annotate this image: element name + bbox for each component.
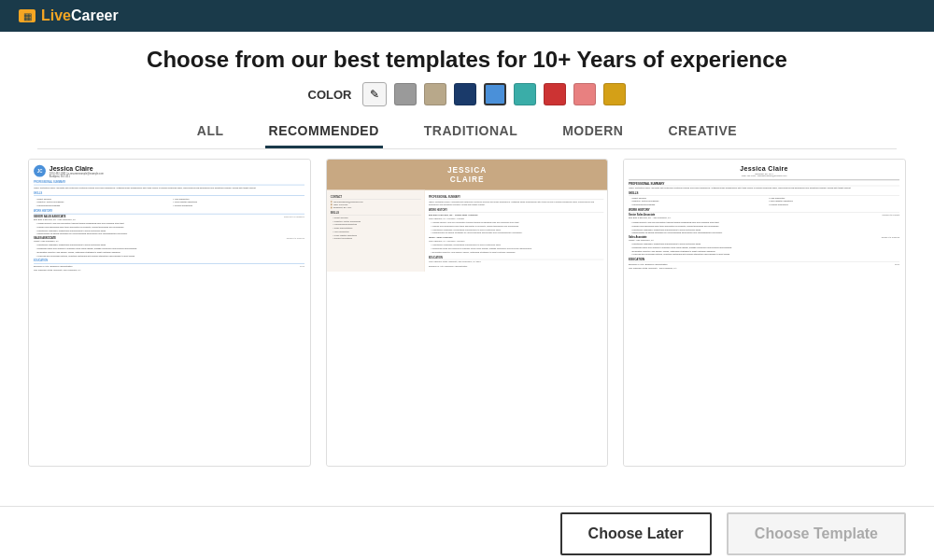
- tab-traditional[interactable]: TRADITIONAL: [420, 116, 521, 148]
- color-label: COLOR: [308, 88, 352, 102]
- template-card-1[interactable]: JC Jessica Claire (555) 432-1000 | jc.re…: [28, 159, 311, 467]
- color-swatch-teal[interactable]: [514, 83, 536, 105]
- avatar: JC: [34, 165, 46, 177]
- template-cards: JC Jessica Claire (555) 432-1000 | jc.re…: [0, 159, 934, 467]
- header: LiveCareer: [0, 0, 934, 32]
- template-card-2[interactable]: JESSICACLAIRE CONTACT resumeexample@exam…: [326, 159, 609, 467]
- choose-later-button[interactable]: Choose Later: [560, 512, 712, 555]
- color-swatch-gold[interactable]: [603, 83, 626, 105]
- template-card-3[interactable]: Jessica Claire Budapest, BU 1111(555) 43…: [623, 159, 906, 467]
- color-swatch-gray[interactable]: [394, 83, 417, 105]
- logo[interactable]: LiveCareer: [19, 7, 119, 24]
- color-edit-button[interactable]: ✎: [362, 82, 387, 106]
- color-picker: COLOR ✎: [0, 82, 934, 106]
- color-swatch-red[interactable]: [544, 83, 566, 105]
- logo-text: LiveCareer: [41, 7, 119, 24]
- color-swatch-blue[interactable]: [484, 83, 506, 105]
- tab-all[interactable]: ALL: [193, 116, 228, 148]
- tab-modern[interactable]: MODERN: [559, 116, 627, 148]
- choose-template-button[interactable]: Choose Template: [727, 512, 906, 555]
- tab-bar: ALL RECOMMENDED TRADITIONAL MODERN CREAT…: [37, 116, 897, 149]
- color-swatch-salmon[interactable]: [573, 83, 596, 105]
- logo-icon: [19, 9, 35, 22]
- color-swatch-navy[interactable]: [454, 83, 476, 105]
- color-swatch-tan[interactable]: [424, 83, 446, 105]
- tab-recommended[interactable]: RECOMMENDED: [265, 116, 383, 148]
- tab-creative[interactable]: CREATIVE: [664, 116, 741, 148]
- footer: Choose Later Choose Template: [0, 506, 934, 560]
- page-title: Choose from our best templates for 10+ Y…: [19, 47, 915, 73]
- title-section: Choose from our best templates for 10+ Y…: [0, 32, 934, 82]
